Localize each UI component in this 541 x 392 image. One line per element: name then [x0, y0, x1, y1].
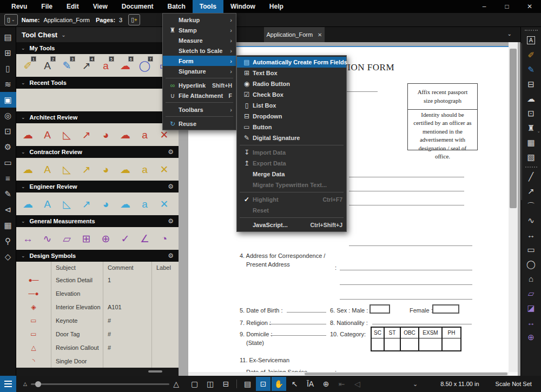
panel-title[interactable]: Tool Chest ⌄ [16, 27, 179, 42]
tool[interactable]: ◕ [97, 160, 115, 179]
table-row[interactable]: ●— Section Detail 1 [16, 273, 179, 287]
callout-tool[interactable]: a 5 [97, 56, 115, 75]
line-tool-icon[interactable]: ╱ [523, 169, 539, 184]
column-header[interactable]: Label [151, 262, 179, 273]
document-tab[interactable]: Application_Form ✕ [264, 27, 325, 42]
tool-chest-icon[interactable]: ▣ [0, 92, 16, 108]
section-header-engineer-review[interactable]: ⌄ Engineer Review ⚙ [16, 181, 179, 192]
menu-revu[interactable]: Revu [4, 0, 34, 13]
menu-item-radio-button[interactable]: ◉ Radio Button [237, 78, 346, 89]
typewriter-tool[interactable]: A 2 [38, 56, 56, 75]
table-row[interactable]: ▭ Keynote # [16, 314, 179, 327]
menu-item-digital-signature[interactable]: ✎ Digital Signature [237, 132, 346, 143]
menu-item-sketch-to-scale[interactable]: Sketch to Scale › [163, 45, 236, 56]
measurements-icon[interactable]: ▭ [0, 155, 16, 170]
split-vertical-button[interactable]: ◫ [203, 377, 217, 391]
zoom-button[interactable]: ⊕ [319, 377, 333, 391]
table-row[interactable]: ◝ Single Door [16, 354, 179, 368]
select-button[interactable]: ↖ [287, 377, 302, 391]
spaces-icon[interactable]: ◎ [0, 108, 16, 123]
menu-item[interactable] [237, 216, 346, 220]
menu-item-list-box[interactable]: ▯ List Box [237, 100, 346, 111]
tool[interactable]: A [38, 160, 56, 179]
minimize-button[interactable]: – [473, 0, 496, 13]
table-row[interactable]: ◈ Interior Elevation A101 [16, 300, 179, 314]
menu-item-hyperlink[interactable]: ∞ Hyperlink Shift+H [163, 80, 236, 90]
drag-handle-icon[interactable] [525, 30, 538, 31]
maximize-button[interactable]: □ [496, 0, 518, 13]
markups-list-icon[interactable]: ≡ [0, 170, 16, 186]
tool[interactable]: ◺ [58, 194, 76, 214]
file-menu-button[interactable]: ▯ ⌄ [4, 14, 18, 25]
menu-item-reset[interactable]: Reset [237, 205, 346, 216]
stamp-tool-icon[interactable]: ♜ ⌄ [523, 121, 539, 135]
links-icon[interactable]: ◇ [0, 249, 16, 264]
menu-item[interactable] [237, 190, 346, 194]
slider-knob[interactable] [35, 381, 41, 387]
table-row[interactable]: ▭ Door Tag # [16, 327, 179, 341]
menu-item-measure[interactable]: Measure › [163, 35, 236, 45]
column-header[interactable]: Subject [51, 262, 103, 273]
count-measurement-icon[interactable]: ⊕ [523, 330, 539, 344]
multi-view-button[interactable]: ▤ [240, 377, 255, 391]
settings-gear-icon[interactable]: ⚙ [0, 139, 16, 155]
highlighter-tool-icon[interactable]: ✐ [523, 48, 539, 62]
polygon-tool-icon[interactable]: ⌂ [523, 271, 539, 286]
tool[interactable]: ↗ [77, 194, 95, 214]
male-checkbox[interactable] [370, 304, 390, 314]
section-header-design-symbols[interactable]: ⌄ Design Symbols ⚙ [16, 250, 179, 262]
menu-item-export-data[interactable]: ↥ Export Data [237, 158, 346, 169]
gear-icon[interactable]: ⚙ [168, 217, 174, 225]
column-header[interactable]: Comment [103, 262, 151, 273]
tool[interactable]: ↔ [19, 229, 37, 248]
snapshot-tool-icon[interactable]: ▧ [523, 150, 539, 164]
category-cell[interactable] [372, 338, 385, 350]
arrow-tool[interactable]: ↗ 4 [77, 56, 95, 75]
menu-item-button[interactable]: ▭ Button [237, 122, 346, 132]
signatures-icon[interactable]: ✎ [0, 186, 16, 202]
menu-edit[interactable]: Edit [60, 0, 86, 13]
menu-view[interactable]: View [86, 0, 115, 13]
section-header-architect-review[interactable]: ⌄ Architect Review ⚙ [16, 111, 179, 123]
cloud-tool[interactable]: ☁ 6 [116, 56, 134, 75]
menu-batch[interactable]: Batch [161, 0, 193, 13]
menu-tools[interactable]: Tools [193, 0, 223, 13]
menu-item-signature[interactable]: Signature › [163, 66, 236, 76]
tool[interactable]: a [136, 160, 154, 179]
pen-tool[interactable]: ✎ 3 [58, 56, 76, 75]
cloud-tool-icon[interactable]: ☁ [523, 91, 539, 106]
menu-item-merge-data[interactable]: Merge Data [237, 169, 346, 180]
markups-icon[interactable]: ⊡ [0, 123, 16, 139]
file-properties-icon[interactable]: ▤ [0, 29, 16, 45]
tool[interactable]: a [136, 125, 154, 144]
menu-window[interactable]: Window [223, 0, 262, 13]
gear-icon[interactable]: ⚙ [168, 183, 174, 190]
tool[interactable]: ∿ [38, 229, 56, 248]
vertical-scrollbar[interactable] [509, 42, 518, 372]
menu-item-highlight[interactable]: ✓ Highlight Ctrl+F7 [237, 194, 346, 205]
tool[interactable]: ▱ [58, 229, 76, 248]
callout-arrow-tool-icon[interactable]: ⊡ [523, 106, 539, 121]
layers-icon[interactable]: ≋ [0, 76, 16, 92]
menu-item-check-box[interactable]: ☑ Check Box [237, 89, 346, 100]
scrollbar-thumb[interactable] [510, 49, 517, 208]
tool[interactable]: ☁ [116, 194, 134, 214]
pen-tool-icon[interactable]: ✎ [523, 62, 539, 77]
close-button[interactable]: ✕ [518, 0, 541, 13]
tool[interactable]: ⊕ [97, 229, 115, 248]
tool[interactable]: A [38, 194, 56, 214]
category-cell[interactable] [419, 338, 443, 350]
tool[interactable]: ↗ [77, 125, 95, 144]
horizontal-scrollbar[interactable] [188, 372, 509, 376]
tool[interactable]: ✕ [155, 160, 173, 179]
menu-help[interactable]: Help [262, 0, 291, 13]
length-measurement-icon[interactable]: ↔ [523, 315, 539, 330]
panel-menu-button[interactable] [0, 376, 16, 392]
form-editor-button[interactable]: ⊡ [256, 377, 270, 391]
bookmarks-icon[interactable]: ▯ [0, 61, 16, 76]
flags-icon[interactable]: ⊲ [0, 202, 16, 217]
slider-track[interactable] [31, 383, 169, 385]
menu-item-reuse[interactable]: ↻ Reuse [163, 118, 236, 129]
menu-item-toolbars[interactable]: Toolbars › [163, 104, 236, 115]
menu-item[interactable] [163, 115, 236, 118]
